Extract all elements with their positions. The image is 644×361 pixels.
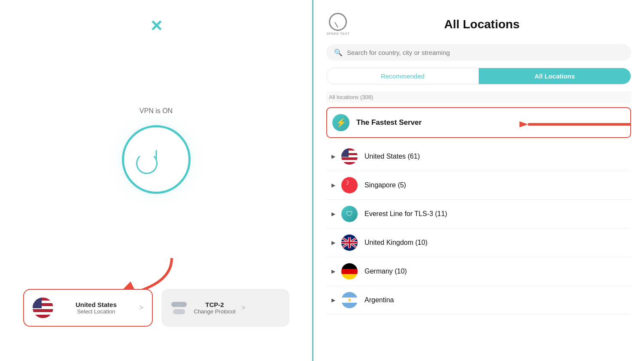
expand-arrow-icon: ▶ (331, 268, 335, 274)
left-panel: ✕ VPN is ON United States Select Locatio… (0, 0, 313, 361)
fastest-server-icon: ⚡ (332, 114, 349, 131)
protocol-info: TCP-2 Change Protocol (194, 301, 236, 315)
country-name: United States (61) (365, 153, 420, 160)
protocol-sub: Change Protocol (194, 308, 236, 315)
location-sub: Select Location (59, 308, 134, 315)
locations-count: All locations (308) (326, 91, 631, 103)
vpn-status: VPN is ON (140, 107, 173, 115)
country-name: Argentina (365, 296, 394, 304)
location-button[interactable]: United States Select Location > (23, 289, 153, 327)
us-flag (33, 298, 53, 318)
country-name: Singapore (5) (365, 181, 406, 189)
close-button[interactable]: ✕ (150, 17, 163, 35)
speed-test-label: SPEED TEST (326, 32, 350, 36)
location-list: ⚡ The Fastest Server ▶ United States (61… (326, 107, 631, 361)
svg-rect-11 (349, 237, 350, 248)
list-item[interactable]: ▶ Argentina (326, 286, 631, 315)
sg-flag-list (341, 177, 358, 193)
list-item[interactable]: ▶ Singapore (5) (326, 171, 631, 200)
us-flag-list (341, 148, 358, 165)
expand-arrow-icon: ▶ (331, 153, 335, 159)
page-title: All Locations (358, 18, 605, 31)
expand-arrow-icon: ▶ (331, 182, 335, 188)
power-icon (143, 147, 169, 172)
country-name: United Kingdom (10) (365, 239, 428, 247)
search-icon: 🔍 (334, 48, 343, 57)
protocol-pill-2 (173, 309, 185, 314)
protocol-chevron: > (241, 304, 245, 312)
search-input[interactable] (347, 49, 623, 56)
list-item[interactable]: ▶ Germany (10) (326, 257, 631, 286)
country-name: Germany (10) (365, 268, 407, 275)
ar-flag-list (341, 292, 358, 308)
right-header: SPEED TEST All Locations (326, 13, 631, 36)
power-button[interactable] (122, 125, 191, 194)
tab-recommended[interactable]: Recommended (327, 68, 479, 84)
location-name: United States (59, 301, 134, 308)
list-item[interactable]: ▶ United Kingdom (10) (326, 229, 631, 257)
bolt-icon: ⚡ (336, 117, 346, 128)
bottom-buttons: United States Select Location > TCP-2 Ch… (23, 289, 289, 327)
list-item[interactable]: ▶ 🛡 Everest Line for TLS-3 (11) (326, 200, 631, 229)
protocol-name: TCP-2 (194, 301, 236, 308)
location-info: United States Select Location (59, 301, 134, 315)
fastest-server-label: The Fastest Server (356, 118, 422, 127)
speed-test-icon[interactable]: SPEED TEST (326, 13, 350, 36)
right-panel: SPEED TEST All Locations 🔍 Recommended A… (313, 0, 644, 361)
protocol-icon (170, 301, 188, 315)
protocol-pill-1 (171, 302, 187, 307)
expand-arrow-icon: ▶ (331, 297, 335, 303)
de-flag-list (341, 263, 358, 280)
country-name: Everest Line for TLS-3 (11) (365, 210, 447, 218)
fastest-server-item[interactable]: ⚡ The Fastest Server (326, 107, 631, 138)
us-flag-circle (33, 298, 53, 318)
search-bar[interactable]: 🔍 (326, 44, 631, 61)
expand-arrow-icon: ▶ (331, 211, 335, 217)
speedometer-icon (329, 13, 347, 31)
tabs: Recommended All Locations (326, 68, 631, 84)
expand-arrow-icon: ▶ (331, 240, 335, 246)
location-chevron: > (139, 304, 143, 312)
tls-icon-list: 🛡 (341, 206, 358, 222)
tab-all-locations[interactable]: All Locations (479, 68, 631, 84)
uk-flag-list (341, 235, 358, 251)
protocol-button[interactable]: TCP-2 Change Protocol > (161, 289, 289, 327)
list-item[interactable]: ▶ United States (61) (326, 142, 631, 171)
